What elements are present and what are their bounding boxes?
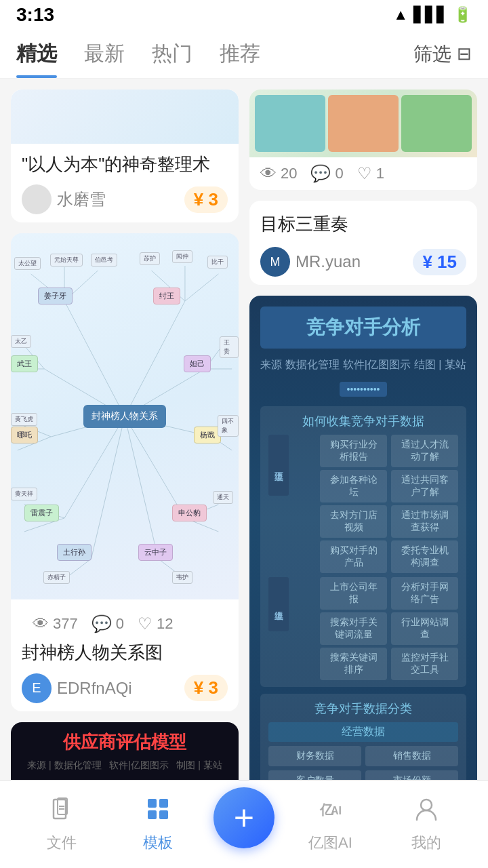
mm-leaf-1: 太公望 <box>14 257 41 270</box>
miniset-comments: 💬 0 <box>310 164 343 183</box>
mm-leaf-2: 元始天尊 <box>50 254 83 267</box>
nav-item-add[interactable]: + <box>205 801 282 848</box>
tab-recommended[interactable]: 推荐 <box>220 30 260 78</box>
card-yrb-title: "以人为本"的神奇整理术 <box>22 152 228 176</box>
card-fsb-views: 👁 377 <box>33 614 78 633</box>
miniset-likes-count: 1 <box>376 165 384 182</box>
templates-icon <box>144 795 171 829</box>
svg-line-1 <box>125 301 185 416</box>
mm-node-6: 杨戬 <box>194 427 221 443</box>
nav-mine-label: 我的 <box>411 833 441 853</box>
card-fsb-info: 👁 377 💬 0 ♡ 12 封神榜人物关系图 E <box>11 599 239 711</box>
svg-text:AI: AI <box>331 805 342 816</box>
nav-item-files[interactable]: 文件 <box>14 795 110 853</box>
nav-aitu-label: 亿图AI <box>308 833 352 853</box>
comments-count: 0 <box>116 615 124 633</box>
analysis-section-1: 如何收集竞争对手数据 线下渠道 购买行业分析报告 参加各种论坛 去对方门店 视频 <box>260 406 466 687</box>
svg-rect-36 <box>148 810 157 819</box>
card-yrb-avatar <box>22 184 52 214</box>
mm-node-5: 哪吒 <box>11 427 38 443</box>
mm-leaf-9: 黄飞虎 <box>11 413 37 426</box>
right-column: 👁 20 💬 0 ♡ 1 目标三重奏 M M <box>249 90 477 868</box>
comment-icon-2: 💬 <box>310 164 331 183</box>
card-miniset-image <box>249 90 477 157</box>
card-fsb-stats: 👁 377 💬 0 ♡ 12 <box>22 608 228 640</box>
svg-line-9 <box>125 416 158 559</box>
filter-icon: ⊟ <box>457 43 472 64</box>
heart-icon-2: ♡ <box>357 164 372 183</box>
card-yrb[interactable]: "以人为本"的神奇整理术 水磨雪 ¥ 3 <box>11 90 239 222</box>
mm-leaf-4: 苏护 <box>140 252 160 265</box>
mm-node-1: 姜子牙 <box>38 288 73 304</box>
mm-node-7: 雷震子 <box>24 505 59 521</box>
status-bar: 3:13 ▲ ▋▋▋ 🔋 <box>0 0 488 30</box>
nav-tabs: 精选 最新 热门 推荐 <box>16 30 413 78</box>
views-count: 377 <box>53 615 78 633</box>
filter-button[interactable]: 筛选 ⊟ <box>413 41 472 67</box>
svg-line-8 <box>92 416 125 559</box>
mm-leaf-8: 王贵 <box>220 336 239 358</box>
nav-templates-label: 模板 <box>143 833 173 853</box>
heart-icon: ♡ <box>138 614 152 633</box>
analysis-nav: 来源 数据化管理 软件|亿图图示 结图 | 某站 <box>260 355 466 375</box>
svg-line-15 <box>185 274 218 301</box>
mm-node-2: 纣王 <box>153 288 180 304</box>
bottom-nav: 文件 模板 + 亿 AI 亿图AI <box>0 780 488 868</box>
content-area: "以人为本"的神奇整理术 水磨雪 ¥ 3 <box>0 79 488 868</box>
card-fsb-price: ¥ 3 <box>184 675 228 701</box>
card-goals-avatar: M <box>260 247 290 277</box>
card-miniset-stats: 👁 20 💬 0 ♡ 1 <box>249 157 477 190</box>
mm-node-3: 武王 <box>11 355 38 372</box>
tab-latest[interactable]: 最新 <box>84 30 125 78</box>
status-icons: ▲ ▋▋▋ 🔋 <box>393 6 472 24</box>
section2-title: 竞争对手数据分类 <box>268 701 458 717</box>
card-goals-footer: M MR.yuan ¥ 15 <box>249 247 477 285</box>
mm-leaf-5: 闻仲 <box>172 250 192 263</box>
nav-files-label: 文件 <box>47 833 77 853</box>
eye-icon-2: 👁 <box>260 164 277 183</box>
tab-hot[interactable]: 热门 <box>152 30 192 78</box>
card-competitor[interactable]: 竞争对手分析 来源 数据化管理 软件|亿图图示 结图 | 某站 ••••••••… <box>249 296 477 852</box>
add-icon: + <box>234 800 254 835</box>
mm-node-9: 土行孙 <box>57 544 92 561</box>
card-goals-price: ¥ 15 <box>413 249 466 275</box>
mini-img-1 <box>255 95 325 152</box>
svg-rect-34 <box>148 799 157 808</box>
add-button[interactable]: + <box>214 787 274 848</box>
card-goals-title-area: 目标三重奏 <box>249 201 477 247</box>
mm-leaf-13: 赤精子 <box>43 571 70 584</box>
card-goals[interactable]: 目标三重奏 M MR.yuan ¥ 15 <box>249 201 477 285</box>
card-fsb-avatar: E <box>22 673 52 703</box>
left-column: "以人为本"的神奇整理术 水磨雪 ¥ 3 <box>11 90 239 868</box>
mm-leaf-14: 韦护 <box>172 571 192 584</box>
card-yrb-price: ¥ 3 <box>184 186 228 213</box>
card-goals-title: 目标三重奏 <box>260 212 466 236</box>
mindmap-visual: 封神榜人物关系 姜子牙 纣王 武王 妲己 哪吒 杨戬 雷震子 申公豹 土行孙 云… <box>11 233 239 599</box>
card-yrb-info: "以人为本"的神奇整理术 水磨雪 ¥ 3 <box>11 144 239 222</box>
card-fsb-image: 封神榜人物关系 姜子牙 纣王 武王 妲己 哪吒 杨戬 雷震子 申公豹 土行孙 云… <box>11 233 239 599</box>
miniset-likes: ♡ 1 <box>357 164 384 183</box>
miniset-views: 👁 20 <box>260 164 297 183</box>
mm-leaf-11: 黄天祥 <box>11 488 37 500</box>
card-fsb-title: 封神榜人物关系图 <box>22 640 228 665</box>
card-yrb-footer: 水磨雪 ¥ 3 <box>22 184 228 214</box>
nav-item-templates[interactable]: 模板 <box>110 795 206 853</box>
filter-label: 筛选 <box>413 41 451 67</box>
card-fsb[interactable]: 封神榜人物关系 姜子牙 纣王 武王 妲己 哪吒 杨戬 雷震子 申公豹 土行孙 云… <box>11 233 239 711</box>
card-miniset[interactable]: 👁 20 💬 0 ♡ 1 <box>249 90 477 190</box>
nav-item-aitu[interactable]: 亿 AI 亿图AI <box>283 795 379 853</box>
tab-featured[interactable]: 精选 <box>16 30 57 78</box>
likes-count: 12 <box>157 615 173 633</box>
files-icon <box>48 795 75 829</box>
miniset-comments-count: 0 <box>335 165 343 182</box>
mm-leaf-6: 比干 <box>207 256 228 269</box>
svg-point-40 <box>421 800 432 810</box>
card-yrb-author: 水磨雪 <box>22 184 106 214</box>
card-yrb-author-name: 水磨雪 <box>57 189 106 210</box>
nav-item-mine[interactable]: 我的 <box>378 795 474 853</box>
comment-icon: 💬 <box>92 614 112 633</box>
mini-img-2 <box>328 95 399 152</box>
mm-node-10: 云中子 <box>138 544 173 561</box>
signal-icon: ▋▋▋ <box>413 6 448 24</box>
mm-center-node: 封神榜人物关系 <box>83 405 166 428</box>
